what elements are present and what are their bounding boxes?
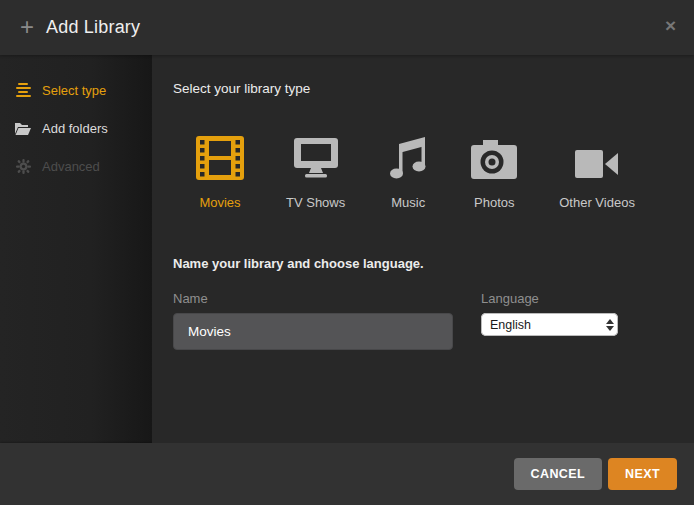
type-option-label: Movies — [199, 195, 240, 210]
film-strip-icon — [196, 134, 244, 180]
type-option-label: Other Videos — [559, 195, 635, 210]
sidebar-item-label: Add folders — [42, 121, 108, 136]
select-type-panel: Select your library type — [152, 55, 694, 443]
language-field-group: Language English — [481, 291, 621, 350]
type-option-music[interactable]: Music — [387, 134, 429, 210]
close-icon[interactable]: × — [665, 16, 676, 35]
wizard-sidebar: Select type Add folders — [0, 55, 152, 443]
folder-open-icon — [14, 120, 32, 136]
sidebar-item-label: Select type — [42, 83, 106, 98]
dialog-footer: CANCEL NEXT — [0, 443, 694, 505]
language-label: Language — [481, 291, 621, 306]
library-name-input[interactable] — [173, 313, 453, 350]
section-title: Select your library type — [173, 81, 694, 96]
type-option-label: Photos — [474, 195, 514, 210]
cancel-button[interactable]: CANCEL — [514, 458, 602, 490]
form-heading: Name your library and choose language. — [173, 256, 694, 271]
library-form: Name Language English — [173, 291, 694, 350]
sidebar-item-label: Advanced — [42, 159, 100, 174]
type-option-tv-shows[interactable]: TV Shows — [286, 134, 345, 210]
language-select-value: English — [490, 318, 531, 332]
dialog-title: Add Library — [46, 17, 140, 38]
type-option-photos[interactable]: Photos — [471, 134, 517, 210]
type-option-label: Music — [391, 195, 425, 210]
sidebar-item-add-folders[interactable]: Add folders — [0, 109, 152, 147]
gear-icon — [14, 158, 32, 174]
tv-icon — [291, 134, 341, 180]
type-option-other-videos[interactable]: Other Videos — [559, 134, 635, 210]
type-option-label: TV Shows — [286, 195, 345, 210]
dialog-header: + Add Library × — [0, 0, 694, 55]
music-note-icon — [387, 134, 429, 180]
add-library-dialog: + Add Library × Select type Add folders — [0, 0, 694, 505]
plus-icon: + — [20, 15, 34, 39]
type-option-movies[interactable]: Movies — [196, 134, 244, 210]
sidebar-item-advanced: Advanced — [0, 147, 152, 185]
video-camera-icon — [575, 134, 619, 180]
next-button[interactable]: NEXT — [608, 458, 677, 490]
type-bars-icon — [14, 82, 32, 98]
select-stepper-icon — [606, 319, 614, 331]
language-select[interactable]: English — [481, 313, 618, 336]
name-label: Name — [173, 291, 453, 306]
name-field-group: Name — [173, 291, 453, 350]
sidebar-item-select-type[interactable]: Select type — [0, 71, 152, 109]
library-type-picker: Movies TV Shows — [196, 134, 694, 210]
camera-icon — [471, 134, 517, 180]
